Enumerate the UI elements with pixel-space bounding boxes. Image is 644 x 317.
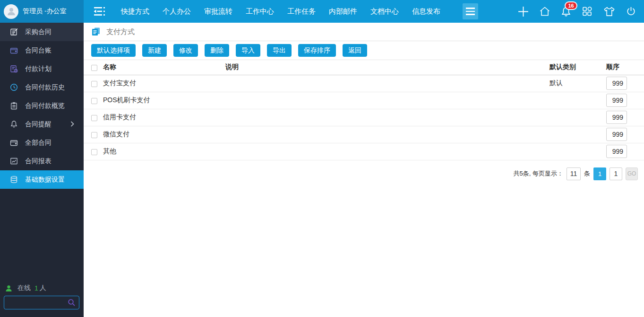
plus-icon[interactable] [517, 6, 529, 18]
main-nav: 快捷方式 个人办公 审批流转 工作中心 工作任务 内部邮件 文档中心 信息发布 [114, 0, 447, 23]
page-title: 支付方式 [106, 27, 135, 36]
sidebar-item-contract-ledger[interactable]: 合同台账 [0, 41, 84, 60]
bell-icon [9, 120, 18, 129]
pagination-unit: 条 [584, 169, 590, 178]
row-checkbox[interactable] [91, 98, 97, 104]
cell-default-category [548, 143, 604, 160]
sidebar-item-contract-reports[interactable]: 合同报表 [0, 152, 84, 170]
sidebar-item-label: 付款计划 [25, 65, 52, 73]
sidebar-search-input[interactable] [4, 296, 68, 309]
bell-icon[interactable]: 16 [560, 6, 572, 18]
search-icon[interactable] [68, 299, 76, 307]
user-block[interactable]: 管理员 -办公室 [0, 0, 84, 23]
select-all-checkbox[interactable] [91, 65, 97, 71]
payment-plan-icon [9, 65, 18, 73]
col-header-order: 顺序 [604, 60, 644, 75]
document-edit-icon [9, 28, 18, 36]
delete-button[interactable]: 删除 [205, 44, 229, 57]
table-row: 微信支付 [84, 126, 644, 143]
wallet-icon [9, 46, 18, 55]
pagination: 共5条, 每页显示： 条 1 GO [84, 160, 644, 180]
order-input[interactable] [606, 94, 627, 107]
cell-description [223, 75, 548, 92]
cell-description [223, 92, 548, 109]
sidebar-item-base-data-settings[interactable]: 基础数据设置 [0, 170, 84, 189]
col-header-name: 名称 [101, 60, 223, 75]
clock-icon [9, 83, 18, 92]
order-input[interactable] [606, 111, 627, 124]
chevron-right-icon [70, 121, 74, 127]
sidebar-item-payment-overview[interactable]: 合同付款概览 [0, 97, 84, 115]
pagination-summary: 共5条, 每页显示： [514, 169, 563, 178]
nav-item-shortcuts[interactable]: 快捷方式 [114, 0, 156, 23]
sidebar-item-label: 采购合同 [25, 28, 52, 36]
topbar-icons: 16 [517, 6, 644, 18]
default-selection-button[interactable]: 默认选择项 [91, 44, 136, 57]
sidebar-item-contract-reminder[interactable]: 合同提醒 [0, 115, 84, 133]
sidebar-item-label: 基础数据设置 [25, 176, 65, 184]
main-content: 支付方式 默认选择项 新建 修改 删除 导入 导出 保存排序 返回 名称 说明 … [84, 23, 644, 317]
online-label: 在线 [17, 284, 31, 292]
new-button[interactable]: 新建 [142, 44, 167, 57]
nav-item-approval-flow[interactable]: 审批流转 [197, 0, 239, 23]
notification-badge: 16 [565, 1, 577, 10]
wallet-icon [9, 139, 18, 147]
home-icon[interactable] [539, 6, 550, 17]
col-header-description: 说明 [223, 60, 548, 75]
toolbar: 默认选择项 新建 修改 删除 导入 导出 保存排序 返回 [84, 41, 644, 60]
table-row: 信用卡支付 [84, 109, 644, 126]
import-button[interactable]: 导入 [236, 44, 260, 57]
back-button[interactable]: 返回 [343, 44, 367, 57]
row-checkbox[interactable] [91, 81, 97, 87]
sidebar-item-payment-history[interactable]: 合同付款历史 [0, 78, 84, 97]
user-name: 管理员 -办公室 [23, 7, 67, 16]
apps-grid-icon[interactable] [582, 6, 593, 17]
nav-item-work-tasks[interactable]: 工作任务 [281, 0, 322, 23]
online-unit: 人 [40, 284, 46, 292]
sidebar-item-all-contracts[interactable]: 全部合同 [0, 133, 84, 152]
online-count: 1 [34, 284, 38, 292]
nav-item-personal-office[interactable]: 个人办公 [156, 0, 197, 23]
row-checkbox[interactable] [91, 149, 97, 155]
export-button[interactable]: 导出 [267, 44, 292, 57]
hamburger-menu-icon[interactable] [463, 3, 478, 19]
sidebar-item-purchase-contract[interactable]: 采购合同 [0, 23, 84, 41]
sidebar: 采购合同 合同台账 付款计划 合同付款历史 合同付款概览 [0, 23, 84, 317]
page-size-input[interactable] [567, 167, 581, 180]
sidebar-item-label: 合同报表 [25, 157, 52, 166]
save-order-button[interactable]: 保存排序 [298, 44, 336, 57]
sidebar-item-label: 全部合同 [25, 139, 52, 147]
page-button-1[interactable]: 1 [593, 167, 606, 180]
order-input[interactable] [606, 128, 627, 141]
power-icon[interactable] [626, 6, 636, 17]
sidebar-search [4, 296, 79, 309]
cell-name: 信用卡支付 [101, 109, 223, 126]
row-checkbox[interactable] [91, 132, 97, 138]
nav-item-document-center[interactable]: 文档中心 [364, 0, 405, 23]
go-button[interactable]: GO [626, 167, 638, 180]
collapse-menu-icon[interactable] [93, 6, 106, 17]
page-header: 支付方式 [84, 23, 644, 41]
cell-default-category [548, 92, 604, 109]
cell-description [223, 109, 548, 126]
cell-description [223, 126, 548, 143]
table-header-row: 名称 说明 默认类别 顺序 [84, 60, 644, 75]
sidebar-item-label: 合同提醒 [25, 120, 52, 129]
order-input[interactable] [606, 145, 627, 158]
cell-default-category [548, 109, 604, 126]
row-checkbox[interactable] [91, 115, 97, 121]
table-row: 其他 [84, 143, 644, 160]
nav-item-info-publish[interactable]: 信息发布 [405, 0, 447, 23]
theme-shirt-icon[interactable] [603, 6, 616, 18]
nav-item-work-center[interactable]: 工作中心 [239, 0, 281, 23]
goto-page-input[interactable] [610, 167, 622, 180]
nav-item-internal-mail[interactable]: 内部邮件 [322, 0, 364, 23]
edit-button[interactable]: 修改 [173, 44, 198, 57]
cell-name: 微信支付 [101, 126, 223, 143]
cell-default-category: 默认 [548, 75, 604, 92]
table-row: POS机刷卡支付 [84, 92, 644, 109]
order-input[interactable] [606, 77, 627, 90]
sidebar-item-label: 合同付款历史 [25, 83, 65, 92]
sidebar-item-payment-plan[interactable]: 付款计划 [0, 60, 84, 78]
online-status: 在线 1 人 [5, 284, 46, 292]
